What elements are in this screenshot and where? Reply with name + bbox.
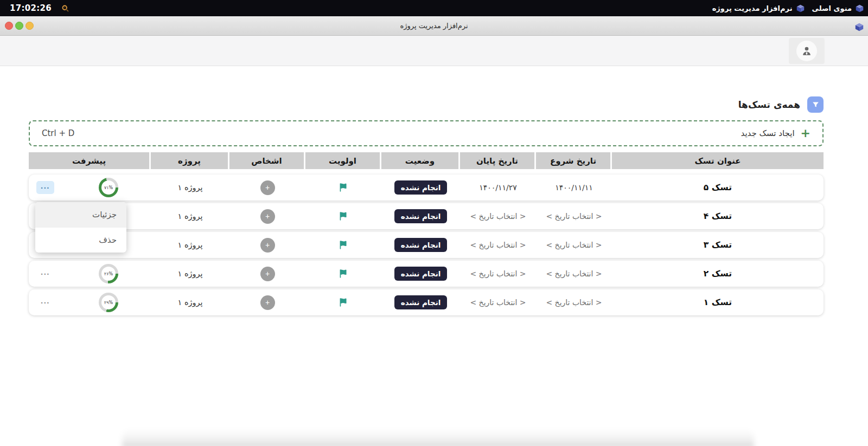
end-date-picker[interactable]: < انتخاب تاریخ > <box>470 298 526 307</box>
minimize-window-button[interactable] <box>25 22 34 30</box>
header-progress: پیشرفت <box>29 152 151 169</box>
start-date-picker[interactable]: < انتخاب تاریخ > <box>546 298 602 307</box>
progress-ring: ۲۹% <box>99 293 118 312</box>
start-date-value[interactable]: ۱۴۰۰/۱۱/۱۱ <box>555 183 593 192</box>
task-title[interactable]: تسک ۳ <box>612 232 824 258</box>
status-badge[interactable]: انجام نشده <box>394 267 448 281</box>
create-task-shortcut: Ctrl + D <box>42 128 74 138</box>
window-title: نرم‌افزار مدیریت پروژه <box>400 22 468 30</box>
table-header: عنوان تسک تاریخ شروع تاریخ پایان وضعیت ا… <box>29 152 824 169</box>
menubar-item-label: منوی اصلی <box>812 4 852 12</box>
window-controls <box>5 16 34 35</box>
funnel-icon <box>812 101 820 109</box>
menubar-item-label: نرم‌افزار مدیریت پروژه <box>712 4 793 12</box>
progress-ring: ۷۱% <box>99 178 118 197</box>
task-title[interactable]: تسک ۲ <box>612 261 824 287</box>
task-row: تسک ۴ < انتخاب تاریخ > < انتخاب تاریخ > … <box>29 203 824 229</box>
header-end-date: تاریخ پایان <box>460 152 536 169</box>
task-row: تسک ۵ ۱۴۰۰/۱۱/۱۱ ۱۴۰۰/۱۱/۲۷ انجام نشده +… <box>29 174 824 201</box>
screen: 17:02:26 منوی اصلی نرم‌افزار مدیریت پروژ… <box>0 0 868 446</box>
header-start-date: تاریخ شروع <box>536 152 612 169</box>
menu-item-delete[interactable]: حذف <box>35 228 126 253</box>
create-task-button[interactable]: + ایجاد تسک جدید Ctrl + D <box>29 120 824 146</box>
add-person-button[interactable]: + <box>260 238 275 253</box>
menu-item-details[interactable]: جزئیات <box>35 202 126 228</box>
header-people: اشخاص <box>229 152 305 169</box>
end-date-picker[interactable]: < انتخاب تاریخ > <box>470 269 526 278</box>
project-name: پروژه ۱ <box>151 261 229 287</box>
header-task-title: عنوان تسک <box>612 152 824 169</box>
close-window-button[interactable] <box>5 22 13 30</box>
priority-flag-icon[interactable] <box>337 210 349 222</box>
end-date-value[interactable]: ۱۴۰۰/۱۱/۲۷ <box>479 183 517 192</box>
plus-icon: + <box>801 128 810 139</box>
progress-ring: ۲۶% <box>99 264 118 283</box>
add-person-button[interactable]: + <box>260 267 275 281</box>
search-icon[interactable] <box>61 4 69 12</box>
main-content: همه‌ی تسک‌ها + ایجاد تسک جدید Ctrl + D ع… <box>29 96 824 315</box>
task-title[interactable]: تسک ۱ <box>612 289 824 315</box>
zoom-window-button[interactable] <box>15 22 23 30</box>
start-date-picker[interactable]: < انتخاب تاریخ > <box>546 241 602 249</box>
priority-flag-icon[interactable] <box>337 239 349 251</box>
task-title[interactable]: تسک ۴ <box>612 203 824 229</box>
person-icon <box>801 45 813 57</box>
task-title[interactable]: تسک ۵ <box>612 174 824 201</box>
app-cube-icon <box>796 4 805 12</box>
add-person-button[interactable]: + <box>260 209 275 224</box>
user-profile-button[interactable] <box>789 38 825 64</box>
system-menubar: 17:02:26 منوی اصلی نرم‌افزار مدیریت پروژ… <box>0 0 868 16</box>
status-badge[interactable]: انجام نشده <box>394 180 448 195</box>
header-priority: اولویت <box>305 152 381 169</box>
toolbar <box>0 36 868 66</box>
priority-flag-icon[interactable] <box>337 268 349 280</box>
status-badge[interactable]: انجام نشده <box>394 295 448 310</box>
window-bottom-shadow <box>122 429 754 446</box>
header-status: وضعیت <box>381 152 460 169</box>
filter-button[interactable] <box>807 96 824 113</box>
row-more-button[interactable]: ... <box>36 267 54 280</box>
add-person-button[interactable]: + <box>260 180 275 195</box>
end-date-picker[interactable]: < انتخاب تاریخ > <box>470 212 526 221</box>
project-name: پروژه ۱ <box>151 203 229 229</box>
header-project: پروژه <box>151 152 229 169</box>
status-badge[interactable]: انجام نشده <box>394 209 448 224</box>
progress-value: ۷۱% <box>101 180 116 195</box>
add-person-button[interactable]: + <box>260 295 275 310</box>
menubar-item-main-menu[interactable]: منوی اصلی <box>812 4 864 12</box>
create-task-label: ایجاد تسک جدید <box>741 128 795 138</box>
task-row: تسک ۱ < انتخاب تاریخ > < انتخاب تاریخ > … <box>29 289 824 315</box>
window-titlebar: نرم‌افزار مدیریت پروژه <box>0 16 868 36</box>
app-cube-icon <box>856 4 864 12</box>
project-name: پروژه ۱ <box>151 174 229 201</box>
project-name: پروژه ۱ <box>151 289 229 315</box>
progress-value: ۲۶% <box>101 267 116 281</box>
task-row: تسک ۲ < انتخاب تاریخ > < انتخاب تاریخ > … <box>29 261 824 287</box>
user-avatar <box>796 41 817 61</box>
progress-value: ۲۹% <box>101 295 116 309</box>
status-badge[interactable]: انجام نشده <box>394 238 448 253</box>
clock: 17:02:26 <box>10 3 52 13</box>
page-title: همه‌ی تسک‌ها <box>738 99 800 110</box>
menubar-item-app-name[interactable]: نرم‌افزار مدیریت پروژه <box>712 4 805 12</box>
start-date-picker[interactable]: < انتخاب تاریخ > <box>546 212 602 221</box>
start-date-picker[interactable]: < انتخاب تاریخ > <box>546 269 602 278</box>
row-more-button[interactable]: ... <box>36 181 54 194</box>
page-header: همه‌ی تسک‌ها <box>29 96 824 113</box>
app-cube-icon <box>855 23 864 31</box>
priority-flag-icon[interactable] <box>337 182 349 193</box>
task-row: تسک ۳ < انتخاب تاریخ > < انتخاب تاریخ > … <box>29 232 824 258</box>
end-date-picker[interactable]: < انتخاب تاریخ > <box>470 241 526 249</box>
priority-flag-icon[interactable] <box>337 296 349 308</box>
project-name: پروژه ۱ <box>151 232 229 258</box>
context-menu: جزئیات حذف <box>35 202 126 253</box>
row-more-button[interactable]: ... <box>36 296 54 309</box>
